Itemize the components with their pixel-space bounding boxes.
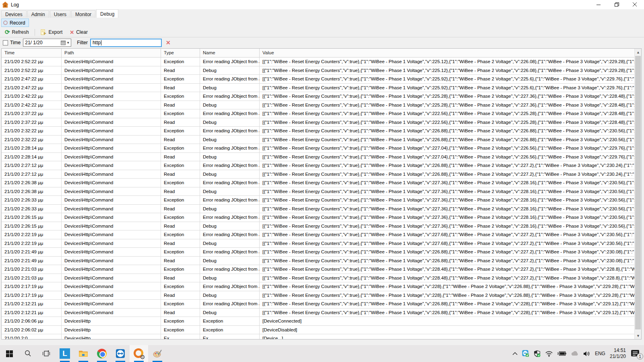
- cell-type[interactable]: Exception: [161, 265, 200, 274]
- search-button[interactable]: [19, 345, 37, 362]
- cell-path[interactable]: Devices\Http...: [62, 334, 161, 339]
- cell-time[interactable]: 21/1/20 2:21:49 μμ: [2, 257, 62, 265]
- cell-value[interactable]: [{"1":"WiBee - Reset Energy Counters","v…: [260, 291, 634, 300]
- date-picker[interactable]: 21/ 1/20 ▼: [23, 39, 71, 47]
- table-row[interactable]: 21/1/20 2:12:21 μμ Devices\Http\Command …: [2, 309, 634, 317]
- cell-value[interactable]: [{"1":"WiBee - Reset Energy Counters","v…: [260, 84, 634, 92]
- cell-value[interactable]: [{"1":"WiBee - Reset Energy Counters","v…: [260, 75, 634, 83]
- cell-type[interactable]: Exception: [161, 248, 200, 256]
- cell-value[interactable]: [{"1":"WiBee - Reset Energy Counters","v…: [260, 109, 634, 118]
- cell-type[interactable]: Exception: [161, 58, 200, 66]
- cell-type[interactable]: Exception: [161, 179, 200, 187]
- cell-value[interactable]: [{"1":"WiBee - Reset Energy Counters","v…: [260, 179, 634, 187]
- cell-time[interactable]: 21/1/20 2:06:02 μμ: [2, 326, 62, 334]
- filter-input[interactable]: http: [90, 39, 162, 47]
- cell-value[interactable]: [{"1":"WiBee - Reset Energy Counters","v…: [260, 248, 634, 256]
- table-row[interactable]: 21/1/20 2:21:49 μμ Devices\Http\Command …: [2, 248, 634, 257]
- date-dropdown-arrow-icon[interactable]: ▼: [66, 41, 70, 45]
- table-row[interactable]: 21/1/20 2:06:06 μμ Devices\Http Exceptio…: [2, 317, 634, 326]
- restore-button[interactable]: [608, 0, 626, 9]
- cell-type[interactable]: Exception: [161, 196, 200, 204]
- notification-center-button[interactable]: 1: [630, 349, 640, 358]
- tab-debug[interactable]: Debug: [96, 9, 118, 18]
- column-header-type[interactable]: Type: [161, 49, 200, 57]
- cell-path[interactable]: Devices\Http\Command: [62, 170, 161, 179]
- table-row[interactable]: 21/1/20 2:12:21 μμ Devices\Http\Command …: [2, 300, 634, 309]
- table-row[interactable]: 21/1/20 2:27:12 μμ Devices\Http\Command …: [2, 170, 634, 179]
- cell-path[interactable]: Devices\Http\Command: [62, 265, 161, 274]
- cell-type[interactable]: Read: [161, 66, 200, 75]
- table-row[interactable]: 21/1/20 2:26:15 μμ Devices\Http\Command …: [2, 213, 634, 222]
- cell-path[interactable]: Devices\Http\Command: [62, 127, 161, 135]
- cell-name[interactable]: Error reading JObject from J...: [200, 58, 260, 66]
- cell-type[interactable]: Exception: [161, 109, 200, 118]
- cell-time[interactable]: 21/1/20 2:26:33 μμ: [2, 205, 62, 213]
- cell-name[interactable]: Error reading JObject from J...: [200, 230, 260, 239]
- cell-value[interactable]: [{"1":"WiBee - Reset Energy Counters","v…: [260, 136, 634, 144]
- cell-type[interactable]: Read: [161, 257, 200, 265]
- column-header-path[interactable]: Path: [62, 49, 161, 57]
- cell-name[interactable]: Error reading JObject from J...: [200, 127, 260, 135]
- tab-devices[interactable]: Devices: [1, 10, 27, 18]
- cell-path[interactable]: Devices\Http\Command: [62, 291, 161, 300]
- table-row[interactable]: 21/1/20 2:28:14 μμ Devices\Http\Command …: [2, 153, 634, 162]
- cell-type[interactable]: Read: [161, 187, 200, 196]
- start-button[interactable]: [0, 345, 19, 362]
- cell-time[interactable]: 21/1/20 2:26:15 μμ: [2, 213, 62, 222]
- cell-path[interactable]: Devices\Http\Command: [62, 300, 161, 308]
- cell-path[interactable]: Devices\Http\Command: [62, 213, 161, 222]
- cell-type[interactable]: Read: [161, 291, 200, 300]
- cell-name[interactable]: Error reading JObject from J...: [200, 248, 260, 256]
- scrollbar-thumb[interactable]: [635, 56, 641, 329]
- table-row[interactable]: 21/1/20 2:17:19 μμ Devices\Http\Command …: [2, 291, 634, 300]
- table-row[interactable]: 21/1/20 2:26:33 μμ Devices\Http\Command …: [2, 205, 634, 214]
- cell-time[interactable]: 21/1/20 2:28:14 μμ: [2, 144, 62, 152]
- cell-time[interactable]: 21/1/20 2:27:12 μμ: [2, 170, 62, 179]
- cell-path[interactable]: Devices\Http\Command: [62, 75, 161, 83]
- cell-time[interactable]: 21/1/20 2:52:22 μμ: [2, 66, 62, 75]
- cell-path[interactable]: Devices\Http\Command: [62, 109, 161, 118]
- cell-time[interactable]: 21/1/20 2:37:22 μμ: [2, 109, 62, 118]
- cell-type[interactable]: Read: [161, 205, 200, 213]
- cell-value[interactable]: [{"1":"WiBee - Reset Energy Counters","v…: [260, 309, 634, 317]
- onedrive-icon[interactable]: [571, 351, 579, 356]
- cell-path[interactable]: Devices\Http\Command: [62, 118, 161, 127]
- cell-time[interactable]: 21/1/20 2:21:03 μμ: [2, 274, 62, 282]
- table-row[interactable]: 21/1/20 2:22:19 μμ Devices\Http\Command …: [2, 239, 634, 248]
- cell-path[interactable]: Devices\Http\Command: [62, 230, 161, 239]
- cell-value[interactable]: [{"1":"WiBee - Reset Energy Counters","v…: [260, 101, 634, 109]
- cell-path[interactable]: Devices\Http\Command: [62, 187, 161, 196]
- cell-name[interactable]: Error reading JObject from J...: [200, 196, 260, 204]
- cell-name[interactable]: Debug: [200, 136, 260, 144]
- cell-path[interactable]: Devices\Http: [62, 326, 161, 334]
- cell-name[interactable]: Debug: [200, 222, 260, 230]
- cell-path[interactable]: Devices\Http\Command: [62, 309, 161, 317]
- refresh-button[interactable]: ⟳ Refresh: [2, 29, 32, 36]
- cell-path[interactable]: Devices\Http\Command: [62, 248, 161, 256]
- cell-time[interactable]: 21/1/20 2:32:22 μμ: [2, 136, 62, 144]
- cell-type[interactable]: Read: [161, 222, 200, 230]
- cell-time[interactable]: 21/1/20 2:26:38 μμ: [2, 187, 62, 196]
- cell-value[interactable]: [{"1":"WiBee - Reset Energy Counters","v…: [260, 153, 634, 161]
- cell-path[interactable]: Devices\Http\Command: [62, 84, 161, 92]
- tab-admin[interactable]: Admin: [27, 10, 49, 18]
- cell-value[interactable]: [Device...]: [260, 334, 634, 339]
- cell-type[interactable]: Exception: [161, 75, 200, 83]
- cell-value[interactable]: [{"1":"WiBee - Reset Energy Counters","v…: [260, 257, 634, 265]
- cell-name[interactable]: Error reading JObject from J...: [200, 144, 260, 152]
- taskbar-teamviewer[interactable]: [111, 345, 130, 362]
- table-row[interactable]: 21/1/20 2:26:15 μμ Devices\Http\Command …: [2, 222, 634, 231]
- vertical-scrollbar[interactable]: ▲ ▼: [634, 49, 641, 339]
- cell-name[interactable]: Debug: [200, 309, 260, 317]
- cell-time[interactable]: 21/1/20 2:42:22 μμ: [2, 92, 62, 101]
- cell-time[interactable]: 21/1/20 2:17:19 μμ: [2, 291, 62, 300]
- cell-value[interactable]: [DeviceConnected]: [260, 317, 634, 325]
- cell-value[interactable]: [{"1":"WiBee - Reset Energy Counters","v…: [260, 230, 634, 239]
- table-row[interactable]: 21/1/20 2:26:38 μμ Devices\Http\Command …: [2, 187, 634, 196]
- table-row[interactable]: 21/1/20 2:32:22 μμ Devices\Http\Command …: [2, 136, 634, 144]
- taskbar-file-explorer[interactable]: [74, 345, 93, 362]
- cell-name[interactable]: Debug: [200, 118, 260, 127]
- table-row[interactable]: 21/1/20 2:37:22 μμ Devices\Http\Command …: [2, 109, 634, 118]
- table-row[interactable]: 21/1/20 2:26:38 μμ Devices\Http\Command …: [2, 179, 634, 187]
- defender-shield-icon[interactable]: [534, 350, 541, 357]
